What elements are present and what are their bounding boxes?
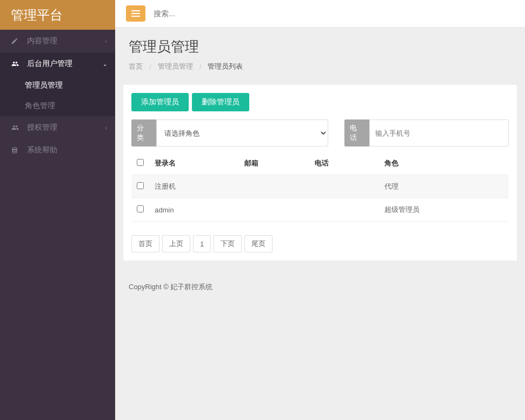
sidebar: 管理平台 内容管理 ‹ 后台用户管理 ⌄ 管理员管理 角色管理 授权管理 ‹ 系… — [0, 0, 115, 420]
cell-role: 代理 — [379, 175, 509, 198]
row-checkbox[interactable] — [137, 182, 144, 189]
breadcrumb-item[interactable]: 管理员管理 — [158, 62, 193, 71]
col-email: 邮箱 — [239, 152, 309, 175]
cell-login: admin — [149, 198, 239, 222]
table-row: admin 超级管理员 — [131, 198, 509, 222]
pagination: 首页 上页 1 下页 尾页 — [131, 235, 509, 252]
nav-sub-backend-users: 管理员管理 角色管理 — [0, 75, 115, 116]
users-icon — [11, 60, 21, 68]
breadcrumb-sep: / — [149, 63, 151, 71]
brand-title: 管理平台 — [0, 0, 115, 30]
role-filter: 分类 请选择角色 — [131, 119, 328, 146]
add-admin-button[interactable]: 添加管理员 — [131, 93, 189, 111]
footer: CopyRight © 妃子群控系统 — [115, 269, 525, 305]
page-header: 管理员管理 首页 / 管理员管理 / 管理员列表 — [115, 28, 525, 77]
nav-label: 后台用户管理 — [27, 59, 72, 69]
search-input[interactable] — [145, 6, 514, 21]
panel: 添加管理员 删除管理员 分类 请选择角色 电话 — [123, 85, 517, 261]
nav-label: 内容管理 — [27, 36, 57, 46]
chevron-down-icon: ⌄ — [103, 61, 107, 67]
topbar — [115, 0, 525, 28]
col-phone: 电话 — [309, 152, 380, 175]
action-buttons: 添加管理员 删除管理员 — [131, 93, 509, 111]
delete-admin-button[interactable]: 删除管理员 — [192, 93, 249, 111]
cell-email — [239, 198, 309, 222]
cell-email — [239, 175, 309, 198]
select-all-checkbox[interactable] — [137, 159, 144, 166]
breadcrumb-item[interactable]: 首页 — [129, 62, 143, 71]
edit-icon — [11, 37, 21, 45]
cell-phone — [309, 175, 380, 198]
admin-table: 登录名 邮箱 电话 角色 注册机 代理 — [131, 152, 509, 222]
page-last-button[interactable]: 尾页 — [244, 235, 273, 252]
phone-input[interactable] — [369, 119, 509, 146]
content: 添加管理员 删除管理员 分类 请选择角色 电话 — [115, 77, 525, 269]
nav: 内容管理 ‹ 后台用户管理 ⌄ 管理员管理 角色管理 授权管理 ‹ 系统帮助 — [0, 30, 115, 162]
page-first-button[interactable]: 首页 — [131, 235, 160, 252]
database-icon — [11, 146, 21, 154]
chevron-left-icon: ‹ — [105, 38, 107, 44]
nav-sub-role-manage[interactable]: 角色管理 — [0, 96, 115, 116]
page-prev-button[interactable]: 上页 — [162, 235, 190, 252]
nav-item-auth[interactable]: 授权管理 ‹ — [0, 116, 115, 139]
filters: 分类 请选择角色 电话 — [131, 119, 509, 146]
col-role: 角色 — [379, 152, 509, 175]
chevron-left-icon: ‹ — [105, 125, 107, 131]
cell-login: 注册机 — [149, 175, 239, 198]
col-login: 登录名 — [149, 152, 239, 175]
cell-role: 超级管理员 — [379, 198, 509, 222]
nav-item-help[interactable]: 系统帮助 — [0, 139, 115, 162]
table-row: 注册机 代理 — [131, 175, 509, 198]
cell-phone — [309, 198, 380, 222]
phone-filter: 电话 — [344, 119, 509, 146]
row-checkbox[interactable] — [137, 205, 144, 212]
page-next-button[interactable]: 下页 — [214, 235, 242, 252]
role-filter-label: 分类 — [131, 119, 156, 146]
role-select[interactable]: 请选择角色 — [156, 119, 328, 146]
nav-item-backend-users[interactable]: 后台用户管理 ⌄ — [0, 52, 115, 75]
page-number-button[interactable]: 1 — [193, 235, 211, 252]
table-header-row: 登录名 邮箱 电话 角色 — [131, 152, 509, 175]
nav-label: 授权管理 — [27, 123, 57, 132]
page-title: 管理员管理 — [129, 37, 511, 56]
nav-item-content[interactable]: 内容管理 ‹ — [0, 30, 115, 52]
users-icon — [11, 124, 21, 131]
breadcrumb-current: 管理员列表 — [208, 62, 243, 71]
breadcrumb: 首页 / 管理员管理 / 管理员列表 — [129, 62, 511, 71]
nav-sub-admin-manage[interactable]: 管理员管理 — [0, 75, 115, 96]
menu-toggle-button[interactable] — [126, 5, 145, 22]
main: 管理员管理 首页 / 管理员管理 / 管理员列表 添加管理员 删除管理员 分类 … — [115, 0, 525, 420]
breadcrumb-sep: / — [200, 63, 202, 71]
nav-label: 系统帮助 — [27, 145, 57, 155]
phone-filter-label: 电话 — [344, 119, 369, 146]
